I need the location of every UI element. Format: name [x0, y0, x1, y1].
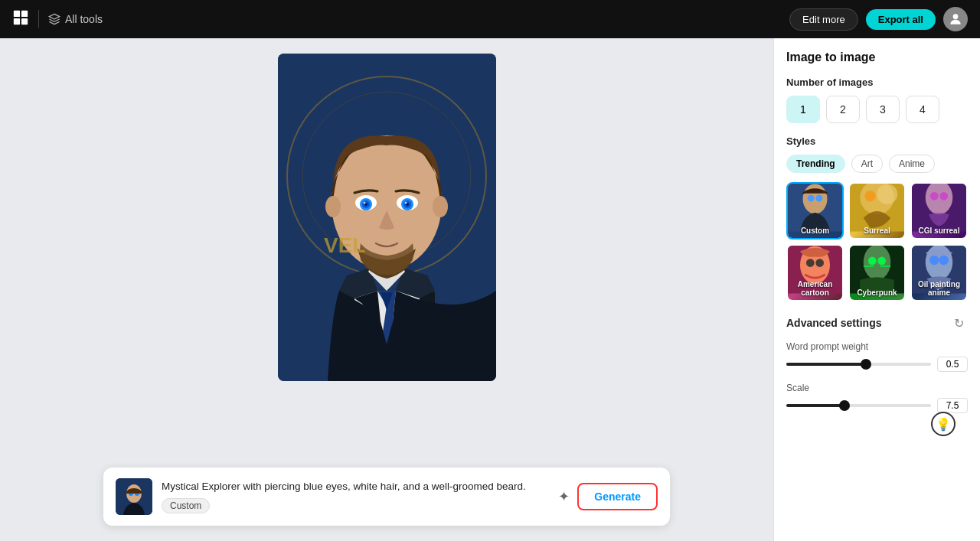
- scale-input[interactable]: [937, 398, 968, 413]
- word-prompt-weight-section: Word prompt weight: [786, 341, 968, 372]
- svg-point-36: [877, 184, 898, 204]
- style-label-american-cartoon: American cartoon: [788, 280, 842, 297]
- style-item-custom[interactable]: Custom: [786, 182, 844, 240]
- word-prompt-weight-thumb[interactable]: [861, 359, 871, 370]
- svg-point-41: [939, 192, 948, 200]
- word-prompt-weight-label: Word prompt weight: [786, 341, 968, 352]
- scale-section: Scale: [786, 383, 968, 413]
- svg-point-31: [803, 184, 828, 213]
- svg-point-47: [864, 245, 891, 280]
- style-item-oil-painting-anime[interactable]: Oil painting anime: [910, 244, 968, 301]
- svg-point-20: [363, 202, 365, 204]
- prompt-text: Mystical Explorer with piercing blue eye…: [162, 480, 549, 494]
- svg-point-39: [926, 182, 953, 214]
- style-label-cyberpunk: Cyberpunk: [850, 288, 904, 297]
- word-prompt-weight-track[interactable]: [786, 363, 931, 366]
- style-item-cyberpunk[interactable]: Cyberpunk: [848, 244, 906, 301]
- style-grid: Custom Surreal: [786, 182, 968, 301]
- all-tools-link[interactable]: All tools: [48, 13, 103, 25]
- prompt-actions: ✦ Generate: [558, 483, 658, 510]
- word-prompt-weight-row: [786, 357, 968, 372]
- generate-button[interactable]: Generate: [577, 483, 658, 510]
- prompt-thumbnail: [116, 478, 152, 515]
- style-tabs: Trending Art Anime: [786, 155, 968, 173]
- prompt-content: Mystical Explorer with piercing blue eye…: [162, 480, 549, 514]
- export-all-button[interactable]: Export all: [866, 9, 936, 30]
- svg-rect-2: [14, 18, 20, 24]
- svg-point-4: [953, 14, 959, 19]
- prompt-bar: Mystical Explorer with piercing blue eye…: [103, 468, 670, 526]
- svg-point-37: [865, 191, 876, 201]
- main-layout: VEL Mystical Explorer with piercing blue…: [0, 38, 980, 541]
- scale-fill: [786, 404, 844, 407]
- style-item-surreal[interactable]: Surreal: [848, 182, 906, 240]
- logo-icon[interactable]: [12, 9, 29, 30]
- svg-point-49: [877, 257, 886, 266]
- num-images-1[interactable]: 1: [786, 96, 820, 123]
- word-prompt-weight-fill: [786, 363, 866, 366]
- all-tools-label: All tools: [65, 13, 103, 25]
- num-images-selector: 1 2 3 4: [786, 96, 968, 123]
- style-tab-anime[interactable]: Anime: [889, 155, 935, 173]
- prompt-style-badge: Custom: [162, 498, 210, 513]
- svg-rect-3: [21, 18, 28, 24]
- svg-point-24: [404, 202, 407, 204]
- num-images-label: Number of images: [786, 77, 968, 88]
- svg-text:VEL: VEL: [324, 233, 365, 257]
- edit-more-button[interactable]: Edit more: [789, 8, 858, 31]
- generated-image: VEL: [278, 54, 496, 381]
- style-item-cgi-surreal[interactable]: CGI surreal: [910, 182, 968, 240]
- scale-row: [786, 398, 968, 413]
- sparkle-button[interactable]: ✦: [558, 488, 570, 505]
- svg-point-40: [930, 192, 939, 200]
- svg-point-33: [815, 195, 822, 202]
- style-label-oil-painting-anime: Oil painting anime: [912, 280, 966, 297]
- style-label-surreal: Surreal: [850, 227, 904, 235]
- styles-label: Styles: [786, 135, 968, 147]
- refresh-button[interactable]: ↻: [949, 314, 968, 332]
- svg-point-48: [868, 257, 877, 266]
- topnav-right: Edit more Export all: [789, 7, 968, 31]
- canvas-area: VEL Mystical Explorer with piercing blue…: [0, 38, 773, 541]
- style-label-cgi-surreal: CGI surreal: [912, 227, 966, 235]
- style-label-custom: Custom: [788, 227, 842, 235]
- svg-point-54: [929, 256, 939, 265]
- svg-point-14: [433, 196, 448, 217]
- num-images-3[interactable]: 3: [866, 96, 900, 123]
- panel-title: Image to image: [786, 51, 968, 64]
- advanced-settings-header: Advanced settings ↻: [786, 314, 968, 332]
- scale-thumb[interactable]: [839, 400, 850, 411]
- svg-point-32: [808, 195, 815, 202]
- svg-point-44: [806, 259, 815, 267]
- svg-point-55: [939, 256, 949, 265]
- num-images-4[interactable]: 4: [906, 96, 939, 123]
- scale-label: Scale: [786, 383, 968, 393]
- right-panel: Image to image Number of images 1 2 3 4 …: [773, 38, 980, 541]
- style-tab-art[interactable]: Art: [851, 155, 883, 173]
- style-tab-trending[interactable]: Trending: [786, 155, 845, 173]
- num-images-2[interactable]: 2: [826, 96, 860, 123]
- style-item-american-cartoon[interactable]: American cartoon: [786, 244, 844, 301]
- svg-rect-1: [21, 10, 28, 16]
- scale-track[interactable]: [786, 404, 931, 407]
- avatar[interactable]: [943, 7, 968, 31]
- svg-point-13: [325, 196, 341, 217]
- nav-divider: [38, 10, 39, 28]
- topnav: All tools Edit more Export all: [0, 0, 980, 38]
- svg-point-45: [815, 259, 824, 267]
- svg-rect-0: [14, 10, 20, 16]
- advanced-settings-label: Advanced settings: [786, 317, 881, 329]
- word-prompt-weight-input[interactable]: [937, 357, 968, 372]
- lightbulb-button[interactable]: 💡: [931, 412, 956, 436]
